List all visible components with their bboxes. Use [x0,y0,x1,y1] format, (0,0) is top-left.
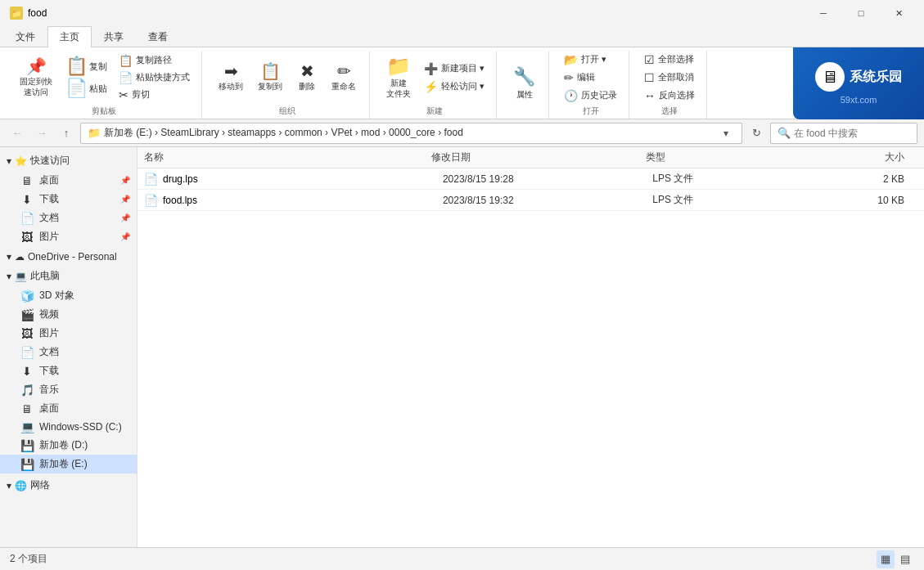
title-text: food [28,7,47,19]
sidebar: ▾ ⭐ 快速访问 🖥 桌面 📌 ⬇ 下载 📌 📄 文档 📌 🖼 图片 📌 ▾ ☁ [0,147,137,547]
sidebar-item-windows-ssd[interactable]: 💻 Windows-SSD (C:) [0,418,137,436]
ribbon-group-clipboard-label: 剪贴板 [13,104,195,119]
sidebar-item-pictures2[interactable]: 🖼 图片 [0,324,137,343]
ribbon-group-attributes-label [507,115,542,119]
ribbon-btn-rename[interactable]: ✏ 重命名 [325,60,363,96]
sidebar-item-downloads2[interactable]: ⬇ 下载 [0,361,137,380]
item-count: 2 个项目 [10,552,47,566]
sidebar-item-documents2[interactable]: 📄 文档 [0,343,137,361]
ribbon-btn-cut[interactable]: ✂剪切 [114,87,195,103]
ribbon-btn-copy[interactable]: 📋 复制 [61,56,112,77]
ribbon-btn-delete[interactable]: ✖ 删除 [291,60,323,96]
ribbon-btn-paste[interactable]: 📄 粘贴 [61,78,112,99]
ribbon-btn-paste-shortcut[interactable]: 📄粘贴快捷方式 [114,70,195,86]
ribbon-group-new-label: 新建 [380,104,489,119]
file-size-food: 10 KB [792,195,917,206]
file-name-drug: drug.lps [163,173,443,185]
sidebar-item-documents[interactable]: 📄 文档 📌 [0,209,137,227]
file-icon-drug: 📄 [144,173,158,186]
sidebar-item-drive-e[interactable]: 💾 新加卷 (E:) [0,455,137,474]
title-icon: 📁 [10,7,23,20]
tab-view[interactable]: 查看 [136,26,180,47]
view-buttons: ▦ ▤ [877,550,914,568]
ribbon-btn-move[interactable]: ➡ 移动到 [212,60,250,96]
sidebar-item-3d-objects[interactable]: 🧊 3D 对象 [0,286,137,305]
tab-file[interactable]: 文件 [3,26,47,47]
ribbon-btn-copy-to[interactable]: 📋 复制到 [251,60,289,96]
status-bar: 2 个项目 ▦ ▤ [0,547,924,570]
sidebar-item-desktop2[interactable]: 🖥 桌面 [0,399,137,418]
view-btn-large-icons[interactable]: ▤ [896,550,914,568]
sidebar-item-pictures[interactable]: 🖼 图片 📌 [0,227,137,246]
pictures-icon: 🖼 [20,231,34,244]
file-type-food: LPS 文件 [652,193,792,207]
ribbon-btn-open[interactable]: 📂打开 ▾ [559,52,622,68]
column-date[interactable]: 修改日期 [431,150,647,164]
logo-name: 系统乐园 [850,69,902,86]
ribbon-group-open: 📂打开 ▾ ✏编辑 🕐历史记录 打开 [552,51,629,119]
column-size[interactable]: 大小 [790,150,917,164]
ribbon-btn-edit[interactable]: ✏编辑 [559,70,622,86]
ribbon-btn-select-all[interactable]: ☑全部选择 [639,52,700,68]
minimize-button[interactable]: ─ [805,0,842,26]
file-type-drug: LPS 文件 [652,172,792,186]
drive-e-icon: 💾 [20,458,34,471]
search-input[interactable] [794,128,910,139]
desktop-icon: 🖥 [20,174,34,187]
videos-icon: 🎬 [20,308,34,321]
ribbon-group-select: ☑全部选择 ☐全部取消 ↔反向选择 选择 [633,51,707,119]
search-box: 🔍 [770,123,917,144]
ribbon-group-attributes: 🔧 属性 [500,51,549,119]
tab-share[interactable]: 共享 [92,26,136,47]
drive-d-icon: 💾 [20,439,34,452]
ribbon-btn-easy-access[interactable]: ⚡轻松访问 ▾ [419,79,489,95]
file-name-food: food.lps [163,195,443,206]
sidebar-item-desktop[interactable]: 🖥 桌面 📌 [0,171,137,190]
view-btn-details[interactable]: ▦ [877,550,895,568]
ribbon-btn-new-folder[interactable]: 📁 新建文件夹 [380,53,417,102]
3d-icon: 🧊 [20,289,34,303]
ribbon-btn-pin[interactable]: 📌 固定到快速访问 [13,55,59,101]
windows-ssd-icon: 💻 [20,420,34,433]
logo-site: 59xt.com [841,95,877,105]
file-date-drug: 2023/8/15 19:28 [443,173,652,185]
sidebar-item-downloads[interactable]: ⬇ 下载 📌 [0,190,137,209]
file-row-drug[interactable]: 📄 drug.lps 2023/8/15 19:28 LPS 文件 2 KB [137,168,924,190]
ribbon-btn-invert-select[interactable]: ↔反向选择 [639,88,700,104]
close-button[interactable]: ✕ [880,0,917,26]
nav-up-button[interactable]: ↑ [56,123,77,144]
music-icon: 🎵 [20,384,34,397]
logo-area: 🖥 系统乐园 59xt.com [793,47,924,119]
ribbon-group-organize: ➡ 移动到 📋 复制到 ✖ 删除 ✏ 重命名 组织 [205,51,370,119]
address-dropdown-arrow[interactable]: ▾ [717,123,735,144]
downloads-icon: ⬇ [20,193,34,206]
ribbon-group-new: 📁 新建文件夹 ➕新建项目 ▾ ⚡轻松访问 ▾ 新建 [373,51,497,119]
nav-back-button[interactable]: ← [7,123,28,144]
sidebar-item-drive-d[interactable]: 💾 新加卷 (D:) [0,436,137,455]
file-date-food: 2023/8/15 19:32 [443,195,652,206]
column-type[interactable]: 类型 [646,150,789,164]
ribbon-btn-properties[interactable]: 🔧 属性 [507,63,542,104]
address-box[interactable]: 📁 新加卷 (E:) › SteamLibrary › steamapps › … [80,123,742,144]
sidebar-section-onedrive[interactable]: ▾ ☁ OneDrive - Personal [0,246,137,266]
main-container: ▾ ⭐ 快速访问 🖥 桌面 📌 ⬇ 下载 📌 📄 文档 📌 🖼 图片 📌 ▾ ☁ [0,147,924,547]
documents-icon: 📄 [20,212,34,225]
column-name[interactable]: 名称 [144,150,431,164]
ribbon-btn-deselect-all[interactable]: ☐全部取消 [639,70,700,86]
sidebar-section-this-pc[interactable]: ▾ 💻 此电脑 [0,266,137,286]
search-icon: 🔍 [778,127,791,139]
sidebar-section-network[interactable]: ▾ 🌐 网络 [0,474,137,496]
nav-forward-button[interactable]: → [31,123,52,144]
ribbon-btn-copy-path[interactable]: 📋复制路径 [114,52,195,69]
refresh-button[interactable]: ↻ [746,123,767,144]
sidebar-item-videos[interactable]: 🎬 视频 [0,305,137,324]
ribbon-btn-history[interactable]: 🕐历史记录 [559,88,622,104]
pictures2-icon: 🖼 [20,327,34,340]
maximize-button[interactable]: □ [842,0,880,26]
sidebar-item-music[interactable]: 🎵 音乐 [0,380,137,399]
ribbon-btn-new-item[interactable]: ➕新建项目 ▾ [419,61,489,77]
desktop2-icon: 🖥 [20,402,34,415]
tab-home[interactable]: 主页 [47,26,92,47]
sidebar-section-quick-access[interactable]: ▾ ⭐ 快速访问 [0,150,137,171]
file-row-food[interactable]: 📄 food.lps 2023/8/15 19:32 LPS 文件 10 KB [137,190,924,211]
